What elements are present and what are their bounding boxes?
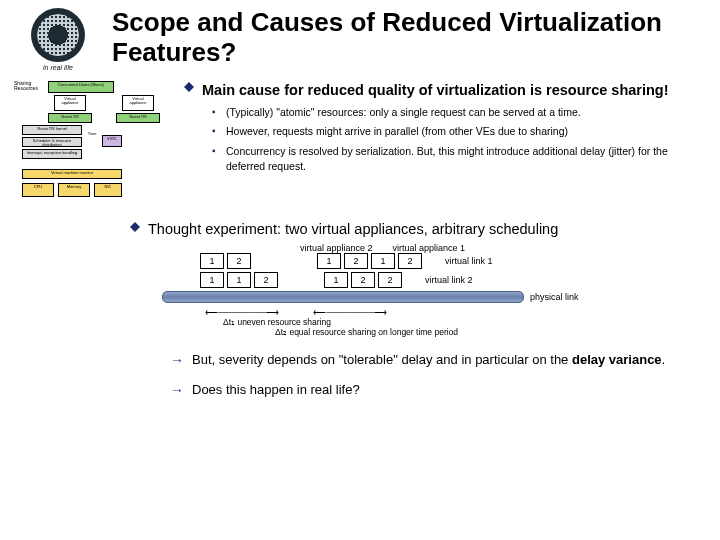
arrow-icon: → (170, 382, 184, 398)
diamond-bullet-icon (130, 222, 140, 232)
slide-title: Scope and Causes of Reduced Virtualizati… (108, 8, 720, 68)
diagram-guest2: Guest OS (116, 113, 160, 123)
slot-r1-1: 2 (227, 253, 251, 269)
logo-area: in real life (8, 8, 108, 71)
bar-label: physical link (530, 292, 579, 302)
appliance2-label: virtual appliance 2 (300, 243, 373, 253)
appliance1-label: virtual appliance 1 (393, 243, 466, 253)
slot-r2-5: 2 (378, 272, 402, 288)
physical-link-bar (162, 291, 524, 303)
row2-label: virtual link 2 (425, 275, 473, 285)
arrow-icon: → (170, 352, 184, 368)
caption-dt2: Δt₂ equal resource sharing on longer tim… (275, 327, 590, 337)
diagram-label-sharing: Sharing Resources (14, 81, 42, 92)
slot-r1-5: 2 (398, 253, 422, 269)
diagram-nic: NIC (94, 183, 122, 197)
caption-dt1: Δt₁ uneven resource sharing (223, 317, 590, 327)
main-cause-emph: resource sharing! (546, 82, 669, 98)
diagram-guest1: Guest OS (48, 113, 92, 123)
slot-r2-3: 1 (324, 272, 348, 288)
main-cause-text: Main cause for reduced quality of virtua… (202, 81, 669, 99)
diagram-gk1: Guest OS kernel (22, 125, 82, 135)
concl1-suffix: . (662, 352, 666, 367)
conclusion-1: But, severity depends on "tolerable" del… (192, 352, 665, 367)
slot-r1-2: 1 (317, 253, 341, 269)
diamond-bullet-icon (184, 82, 194, 92)
thought-experiment-text: Thought experiment: two virtual applianc… (148, 221, 558, 237)
concl1-emph: delay variance (572, 352, 662, 367)
slot-r2-0: 1 (200, 272, 224, 288)
logo-caption: in real life (8, 64, 108, 71)
slot-r2-2: 2 (254, 272, 278, 288)
sub-bullet-3: Concurrency is resolved by serialization… (212, 144, 706, 174)
conclusion-2: Does this happen in real life? (192, 382, 360, 397)
diagram-va2: Virtual appliance (122, 95, 154, 111)
slot-r2-1: 1 (227, 272, 251, 288)
row1-label: virtual link 1 (445, 256, 493, 266)
diagram-memory: Memory (58, 183, 90, 197)
sub-bullet-2: However, requests might arrive in parall… (212, 124, 706, 139)
sub-bullet-list: (Typically) "atomic" resources: only a s… (212, 105, 706, 174)
diagram-cpu: CPU (22, 183, 54, 197)
diagram-label-concurrent: Concurrent Users (Slices) (48, 81, 114, 93)
diagram-gk3: Interrupt, exception handling (22, 149, 82, 159)
diagram-time: Time (84, 131, 100, 159)
architecture-diagram: Sharing Resources Concurrent Users (Slic… (14, 81, 174, 211)
slot-r1-3: 2 (344, 253, 368, 269)
slot-r1-0: 1 (200, 253, 224, 269)
sub-bullet-1: (Typically) "atomic" resources: only a s… (212, 105, 706, 120)
slot-r2-4: 2 (351, 272, 375, 288)
main-column: Main cause for reduced quality of virtua… (184, 81, 706, 211)
svg-marker-0 (184, 82, 194, 92)
scheduling-diagram: virtual appliance 2 virtual appliance 1 … (150, 243, 590, 338)
diagram-gk2: Scheduler & resource distribution (22, 137, 82, 147)
svg-marker-1 (130, 222, 140, 232)
diagram-vioc: VIOC (102, 135, 122, 147)
main-cause-prefix: Main cause for reduced quality of virtua… (202, 82, 546, 98)
diagram-vmm: Virtual machine monitor (22, 169, 122, 179)
concl1-prefix: But, severity depends on "tolerable" del… (192, 352, 572, 367)
slot-r1-4: 1 (371, 253, 395, 269)
school-logo (31, 8, 85, 62)
diagram-va1: Virtual appliance (54, 95, 86, 111)
